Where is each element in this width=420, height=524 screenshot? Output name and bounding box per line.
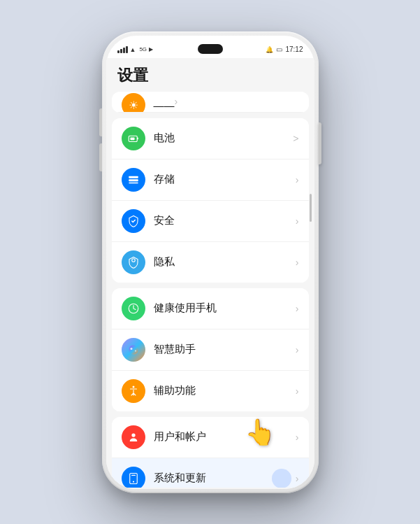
- assistant-label: 智慧助手: [154, 343, 296, 356]
- chevron-icon: ›: [296, 303, 299, 314]
- alarm-icon: 🔔: [266, 46, 273, 53]
- camera-indicator: ▶: [149, 46, 153, 52]
- list-item[interactable]: 智慧助手 ›: [112, 330, 309, 371]
- users-icon-circle: [122, 425, 145, 449]
- assistant-icon-circle: [122, 338, 145, 362]
- list-item[interactable]: 电池 >: [112, 118, 309, 160]
- list-item[interactable]: 系统和更新 ›: [112, 458, 309, 488]
- chevron-icon: ›: [296, 432, 299, 443]
- section-3: 用户和帐户 › 系统和更新: [112, 417, 309, 488]
- svg-point-11: [132, 385, 134, 388]
- svg-rect-3: [129, 176, 138, 178]
- battery-icon-circle: [122, 127, 145, 150]
- battery-icon: ▭: [276, 45, 282, 53]
- svg-rect-15: [131, 474, 136, 475]
- chevron-icon: ›: [296, 215, 299, 227]
- svg-point-6: [131, 258, 135, 262]
- chevron-icon: ›: [296, 473, 299, 484]
- svg-point-14: [132, 481, 133, 482]
- page-title: 设置: [106, 58, 314, 92]
- time-display: 17:12: [285, 45, 303, 53]
- chevron-icon: ›: [296, 344, 299, 355]
- signal-icon: [117, 46, 128, 53]
- accessibility-label: 辅助功能: [154, 384, 296, 397]
- status-right: 🔔 ▭ 17:12: [266, 45, 303, 53]
- list-item[interactable]: 用户和帐户 ›: [112, 417, 309, 458]
- users-label: 用户和帐户: [154, 430, 296, 444]
- svg-rect-4: [129, 179, 138, 181]
- list-item[interactable]: 健康使用手机 ›: [112, 288, 309, 330]
- svg-rect-1: [130, 137, 134, 140]
- section-2: 健康使用手机 ›: [112, 288, 309, 411]
- touch-ripple: [272, 469, 291, 488]
- health-label: 健康使用手机: [154, 302, 296, 315]
- settings-page: 设置 ☀ —— ›: [106, 58, 314, 489]
- system-label: 系统和更新: [154, 472, 272, 485]
- status-left: ▲ 5G ▶: [117, 46, 154, 53]
- list-item[interactable]: ☀ —— ›: [112, 92, 309, 113]
- list-item[interactable]: 隐私 ›: [112, 242, 309, 283]
- svg-point-8: [129, 345, 138, 355]
- section-partial: ☀ —— ›: [112, 92, 309, 113]
- chevron-icon: ›: [296, 257, 299, 268]
- list-item[interactable]: 辅助功能 ›: [112, 371, 309, 411]
- chevron-icon: ›: [175, 96, 178, 107]
- chevron-icon: ›: [296, 174, 299, 185]
- storage-icon-circle: [122, 168, 145, 192]
- section-1: 电池 > 存储 ›: [112, 118, 309, 283]
- svg-rect-5: [129, 182, 138, 183]
- svg-rect-2: [137, 137, 138, 139]
- list-item[interactable]: 安全 ›: [112, 201, 309, 242]
- accessibility-icon-circle: [122, 379, 145, 403]
- health-icon-circle: [122, 297, 145, 320]
- privacy-icon-circle: [122, 250, 145, 274]
- battery-label: 电池: [154, 132, 294, 145]
- settings-list: ☀ —— ›: [106, 92, 314, 488]
- privacy-label: 隐私: [154, 255, 296, 269]
- partial-label: ——: [154, 99, 175, 111]
- chevron-icon: >: [293, 133, 298, 144]
- phone-frame: ▲ 5G ▶ 🔔 ▭ 17:12 设置 ☀ —— ›: [102, 31, 319, 493]
- svg-point-9: [130, 348, 132, 350]
- list-item[interactable]: 存储 ›: [112, 160, 309, 201]
- security-label: 安全: [154, 214, 296, 227]
- chevron-icon: ›: [296, 385, 299, 397]
- phone-screen: ▲ 5G ▶ 🔔 ▭ 17:12 设置 ☀ —— ›: [106, 36, 314, 489]
- scroll-indicator: [310, 194, 312, 222]
- network-icon: 5G: [139, 46, 147, 52]
- svg-point-10: [134, 350, 136, 351]
- system-icon-circle: [122, 467, 145, 488]
- partial-icon: ☀: [122, 93, 145, 113]
- storage-label: 存储: [154, 173, 296, 186]
- camera-cutout: [198, 44, 223, 54]
- security-icon-circle: [122, 209, 145, 233]
- wifi-icon: ▲: [130, 46, 136, 53]
- svg-point-12: [131, 433, 135, 437]
